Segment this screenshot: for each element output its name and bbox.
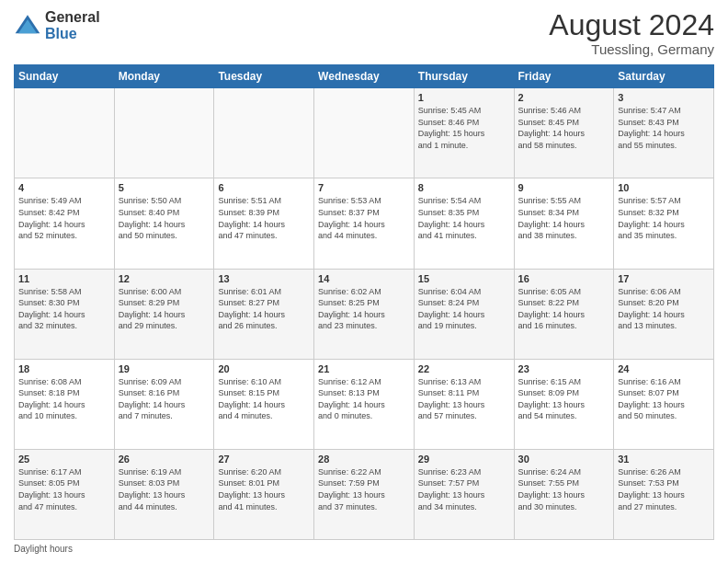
table-row: 29Sunrise: 6:23 AM Sunset: 7:57 PM Dayli… bbox=[414, 449, 514, 539]
day-info: Sunrise: 6:17 AM Sunset: 8:05 PM Dayligh… bbox=[18, 466, 110, 512]
month-year: August 2024 bbox=[549, 9, 714, 41]
col-thursday: Thursday bbox=[414, 65, 514, 88]
day-info: Sunrise: 6:01 AM Sunset: 8:27 PM Dayligh… bbox=[218, 286, 310, 332]
logo-blue-text: Blue bbox=[45, 26, 100, 42]
day-info: Sunrise: 6:04 AM Sunset: 8:24 PM Dayligh… bbox=[418, 286, 510, 332]
day-number: 14 bbox=[318, 273, 410, 284]
col-monday: Monday bbox=[114, 65, 214, 88]
day-info: Sunrise: 5:49 AM Sunset: 8:42 PM Dayligh… bbox=[18, 195, 110, 241]
calendar-week-1: 1Sunrise: 5:45 AM Sunset: 8:46 PM Daylig… bbox=[15, 88, 714, 178]
day-number: 5 bbox=[119, 182, 210, 193]
day-info: Sunrise: 6:26 AM Sunset: 7:53 PM Dayligh… bbox=[618, 466, 710, 512]
table-row: 7Sunrise: 5:53 AM Sunset: 8:37 PM Daylig… bbox=[314, 178, 415, 269]
col-friday: Friday bbox=[514, 65, 614, 88]
day-number: 24 bbox=[618, 363, 710, 374]
table-row: 27Sunrise: 6:20 AM Sunset: 8:01 PM Dayli… bbox=[214, 449, 314, 539]
day-number: 25 bbox=[18, 454, 110, 465]
day-info: Sunrise: 6:05 AM Sunset: 8:22 PM Dayligh… bbox=[518, 286, 610, 332]
day-number: 13 bbox=[218, 273, 310, 284]
page: General Blue August 2024 Tuessling, Germ… bbox=[0, 0, 728, 563]
table-row: 21Sunrise: 6:12 AM Sunset: 8:13 PM Dayli… bbox=[314, 359, 415, 449]
col-tuesday: Tuesday bbox=[214, 65, 314, 88]
day-info: Sunrise: 6:19 AM Sunset: 8:03 PM Dayligh… bbox=[119, 466, 210, 512]
table-row: 4Sunrise: 5:49 AM Sunset: 8:42 PM Daylig… bbox=[15, 178, 115, 269]
day-number: 23 bbox=[518, 363, 610, 374]
table-row: 9Sunrise: 5:55 AM Sunset: 8:34 PM Daylig… bbox=[514, 178, 614, 269]
day-number: 16 bbox=[518, 273, 610, 284]
table-row: 25Sunrise: 6:17 AM Sunset: 8:05 PM Dayli… bbox=[15, 449, 115, 539]
table-row bbox=[114, 88, 214, 178]
day-info: Sunrise: 5:58 AM Sunset: 8:30 PM Dayligh… bbox=[18, 286, 110, 332]
day-number: 20 bbox=[218, 363, 310, 374]
day-number: 19 bbox=[119, 363, 210, 374]
table-row: 15Sunrise: 6:04 AM Sunset: 8:24 PM Dayli… bbox=[414, 269, 514, 359]
table-row: 18Sunrise: 6:08 AM Sunset: 8:18 PM Dayli… bbox=[15, 359, 115, 449]
day-info: Sunrise: 6:00 AM Sunset: 8:29 PM Dayligh… bbox=[119, 286, 210, 332]
table-row: 6Sunrise: 5:51 AM Sunset: 8:39 PM Daylig… bbox=[214, 178, 314, 269]
calendar-week-3: 11Sunrise: 5:58 AM Sunset: 8:30 PM Dayli… bbox=[15, 269, 714, 359]
table-row bbox=[214, 88, 314, 178]
day-number: 12 bbox=[119, 273, 210, 284]
day-number: 10 bbox=[618, 182, 710, 193]
day-info: Sunrise: 6:02 AM Sunset: 8:25 PM Dayligh… bbox=[318, 286, 410, 332]
day-info: Sunrise: 6:09 AM Sunset: 8:16 PM Dayligh… bbox=[119, 376, 210, 422]
day-info: Sunrise: 5:55 AM Sunset: 8:34 PM Dayligh… bbox=[518, 195, 610, 241]
day-number: 2 bbox=[518, 92, 610, 103]
day-number: 18 bbox=[18, 363, 110, 374]
logo: General Blue bbox=[14, 9, 100, 41]
calendar-header-row: Sunday Monday Tuesday Wednesday Thursday… bbox=[15, 65, 714, 88]
table-row: 20Sunrise: 6:10 AM Sunset: 8:15 PM Dayli… bbox=[214, 359, 314, 449]
col-sunday: Sunday bbox=[15, 65, 115, 88]
col-saturday: Saturday bbox=[614, 65, 714, 88]
day-info: Sunrise: 5:45 AM Sunset: 8:46 PM Dayligh… bbox=[418, 105, 510, 151]
table-row: 2Sunrise: 5:46 AM Sunset: 8:45 PM Daylig… bbox=[514, 88, 614, 178]
table-row: 1Sunrise: 5:45 AM Sunset: 8:46 PM Daylig… bbox=[414, 88, 514, 178]
day-info: Sunrise: 6:15 AM Sunset: 8:09 PM Dayligh… bbox=[518, 376, 610, 422]
table-row: 11Sunrise: 5:58 AM Sunset: 8:30 PM Dayli… bbox=[15, 269, 115, 359]
day-info: Sunrise: 6:24 AM Sunset: 7:55 PM Dayligh… bbox=[518, 466, 610, 512]
table-row: 16Sunrise: 6:05 AM Sunset: 8:22 PM Dayli… bbox=[514, 269, 614, 359]
day-number: 22 bbox=[418, 363, 510, 374]
calendar-week-2: 4Sunrise: 5:49 AM Sunset: 8:42 PM Daylig… bbox=[15, 178, 714, 269]
location: Tuessling, Germany bbox=[549, 41, 714, 57]
day-number: 8 bbox=[418, 182, 510, 193]
logo-text: General Blue bbox=[45, 9, 100, 41]
calendar-week-4: 18Sunrise: 6:08 AM Sunset: 8:18 PM Dayli… bbox=[15, 359, 714, 449]
table-row bbox=[314, 88, 415, 178]
day-number: 28 bbox=[318, 454, 410, 465]
day-info: Sunrise: 6:12 AM Sunset: 8:13 PM Dayligh… bbox=[318, 376, 410, 422]
table-row: 22Sunrise: 6:13 AM Sunset: 8:11 PM Dayli… bbox=[414, 359, 514, 449]
table-row: 5Sunrise: 5:50 AM Sunset: 8:40 PM Daylig… bbox=[114, 178, 214, 269]
day-info: Sunrise: 6:13 AM Sunset: 8:11 PM Dayligh… bbox=[418, 376, 510, 422]
table-row: 26Sunrise: 6:19 AM Sunset: 8:03 PM Dayli… bbox=[114, 449, 214, 539]
day-info: Sunrise: 5:53 AM Sunset: 8:37 PM Dayligh… bbox=[318, 195, 410, 241]
day-info: Sunrise: 6:20 AM Sunset: 8:01 PM Dayligh… bbox=[218, 466, 310, 512]
table-row: 30Sunrise: 6:24 AM Sunset: 7:55 PM Dayli… bbox=[514, 449, 614, 539]
day-number: 15 bbox=[418, 273, 510, 284]
day-info: Sunrise: 5:57 AM Sunset: 8:32 PM Dayligh… bbox=[618, 195, 710, 241]
table-row: 13Sunrise: 6:01 AM Sunset: 8:27 PM Dayli… bbox=[214, 269, 314, 359]
day-info: Sunrise: 6:23 AM Sunset: 7:57 PM Dayligh… bbox=[418, 466, 510, 512]
day-info: Sunrise: 5:51 AM Sunset: 8:39 PM Dayligh… bbox=[218, 195, 310, 241]
day-number: 21 bbox=[318, 363, 410, 374]
day-number: 31 bbox=[618, 454, 710, 465]
day-number: 27 bbox=[218, 454, 310, 465]
table-row: 10Sunrise: 5:57 AM Sunset: 8:32 PM Dayli… bbox=[614, 178, 714, 269]
logo-icon bbox=[14, 12, 41, 40]
day-info: Sunrise: 6:22 AM Sunset: 7:59 PM Dayligh… bbox=[318, 466, 410, 512]
day-number: 7 bbox=[318, 182, 410, 193]
footer-note: Daylight hours bbox=[14, 544, 714, 554]
day-info: Sunrise: 5:47 AM Sunset: 8:43 PM Dayligh… bbox=[618, 105, 710, 151]
day-info: Sunrise: 5:50 AM Sunset: 8:40 PM Dayligh… bbox=[119, 195, 210, 241]
calendar-table: Sunday Monday Tuesday Wednesday Thursday… bbox=[14, 64, 714, 540]
table-row: 19Sunrise: 6:09 AM Sunset: 8:16 PM Dayli… bbox=[114, 359, 214, 449]
day-number: 6 bbox=[218, 182, 310, 193]
day-number: 17 bbox=[618, 273, 710, 284]
title-block: August 2024 Tuessling, Germany bbox=[549, 9, 714, 57]
table-row: 23Sunrise: 6:15 AM Sunset: 8:09 PM Dayli… bbox=[514, 359, 614, 449]
day-number: 1 bbox=[418, 92, 510, 103]
day-number: 30 bbox=[518, 454, 610, 465]
table-row: 17Sunrise: 6:06 AM Sunset: 8:20 PM Dayli… bbox=[614, 269, 714, 359]
table-row: 12Sunrise: 6:00 AM Sunset: 8:29 PM Dayli… bbox=[114, 269, 214, 359]
table-row: 14Sunrise: 6:02 AM Sunset: 8:25 PM Dayli… bbox=[314, 269, 415, 359]
